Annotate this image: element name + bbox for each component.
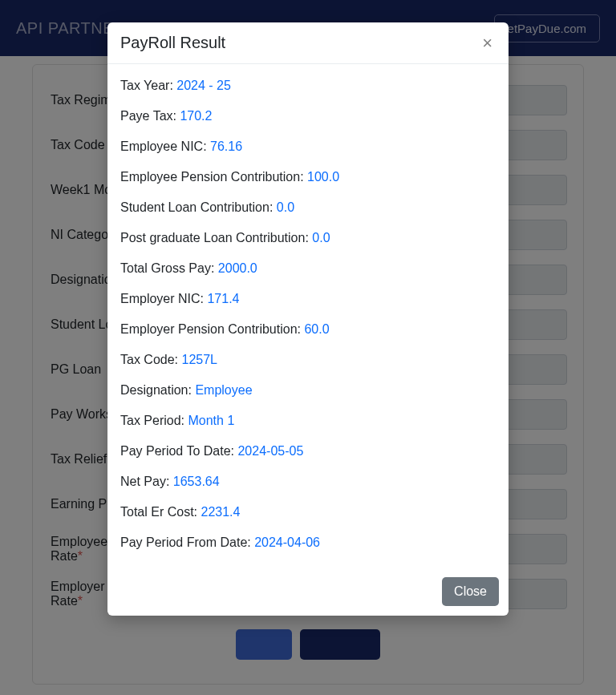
- close-icon[interactable]: ×: [479, 34, 496, 52]
- result-value: 2024 - 25: [176, 79, 231, 92]
- result-line: Tax Year: 2024 - 25: [120, 79, 496, 93]
- result-line: Total Er Cost: 2231.4: [120, 505, 496, 519]
- result-value: 170.2: [180, 109, 212, 123]
- result-label: Net Pay:: [120, 475, 173, 488]
- result-line: Paye Tax: 170.2: [120, 109, 496, 123]
- result-line: Employer Pension Contribution: 60.0: [120, 322, 496, 337]
- result-value: 2024-04-06: [254, 535, 320, 549]
- result-value: Month 1: [188, 414, 234, 427]
- result-label: Post graduate Loan Contribution:: [120, 231, 312, 244]
- result-label: Student Loan Contribution:: [120, 200, 277, 214]
- result-value: 0.0: [312, 231, 330, 244]
- result-label: Employer NIC:: [120, 292, 207, 305]
- result-value: 76.16: [210, 139, 242, 153]
- result-value: 60.0: [304, 322, 329, 336]
- result-value: 100.0: [307, 170, 339, 184]
- result-label: Tax Period:: [120, 414, 188, 427]
- result-label: Tax Code:: [120, 353, 181, 366]
- result-label: Employee NIC:: [120, 139, 210, 153]
- result-line: Employee Pension Contribution: 100.0: [120, 170, 496, 184]
- result-label: Paye Tax:: [120, 109, 180, 123]
- result-line: Employer NIC: 171.4: [120, 292, 496, 306]
- result-line: Net Pay: 1653.64: [120, 475, 496, 489]
- result-label: Total Gross Pay:: [120, 261, 218, 275]
- result-label: Pay Period To Date:: [120, 444, 237, 458]
- result-value: 2000.0: [218, 261, 257, 275]
- result-value: 2024-05-05: [237, 444, 303, 458]
- result-line: Designation: Employee: [120, 383, 496, 398]
- result-label: Total Er Cost:: [120, 505, 201, 519]
- result-label: Tax Year:: [120, 79, 176, 92]
- modal-body: Tax Year: 2024 - 25Paye Tax: 170.2Employ…: [107, 64, 509, 568]
- payroll-result-modal: PayRoll Result × Tax Year: 2024 - 25Paye…: [107, 22, 509, 616]
- result-line: Employee NIC: 76.16: [120, 139, 496, 154]
- result-line: Student Loan Contribution: 0.0: [120, 200, 496, 215]
- result-label: Employer Pension Contribution:: [120, 322, 304, 336]
- result-value: 171.4: [207, 292, 239, 305]
- result-line: Total Gross Pay: 2000.0: [120, 261, 496, 276]
- result-label: Designation:: [120, 383, 195, 397]
- modal-footer: Close: [107, 568, 509, 616]
- result-line: Tax Code: 1257L: [120, 353, 496, 367]
- result-value: 2231.4: [201, 505, 240, 519]
- result-label: Pay Period From Date:: [120, 535, 254, 549]
- result-value: 0.0: [277, 200, 294, 214]
- modal-title: PayRoll Result: [120, 34, 225, 52]
- result-line: Pay Period From Date: 2024-04-06: [120, 535, 496, 550]
- modal-header: PayRoll Result ×: [107, 22, 509, 64]
- result-line: Tax Period: Month 1: [120, 414, 496, 428]
- result-value: Employee: [195, 383, 252, 397]
- result-value: 1653.64: [173, 475, 220, 488]
- result-label: Employee Pension Contribution:: [120, 170, 307, 184]
- result-line: Pay Period To Date: 2024-05-05: [120, 444, 496, 459]
- result-line: Post graduate Loan Contribution: 0.0: [120, 231, 496, 245]
- result-value: 1257L: [181, 353, 217, 366]
- close-button[interactable]: Close: [442, 577, 499, 606]
